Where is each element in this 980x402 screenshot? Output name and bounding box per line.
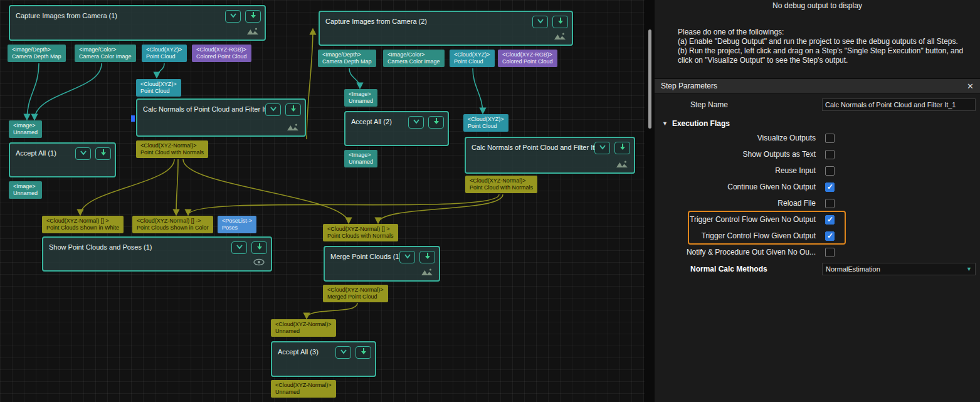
node-show-point-clouds-poses-1[interactable]: Show Point Clouds and Poses (1) xyxy=(42,236,272,272)
port-image[interactable]: <Image>Unnamed xyxy=(9,181,42,199)
node-merge-point-clouds-1[interactable]: Merge Point Clouds (1) xyxy=(324,246,440,282)
edge-connection[interactable] xyxy=(183,159,349,223)
port-normal[interactable]: <Cloud(XYZ-Normal)>Point Cloud with Norm… xyxy=(136,140,208,158)
execution-flags-list: Visualize OutputsShow Outputs as TextReu… xyxy=(655,130,980,260)
port-type: <Image> xyxy=(349,152,373,159)
port-cloud[interactable]: <Cloud(XYZ)>Point Cloud xyxy=(136,79,181,97)
single-step-execution-button[interactable] xyxy=(552,16,568,28)
flag-row: Reuse Input xyxy=(655,162,980,179)
port-type: <Image/Depth> xyxy=(322,51,372,58)
port-normal[interactable]: <Cloud(XYZ-Normal)>Merged Point Cloud xyxy=(323,285,388,302)
node-accept-all-3[interactable]: Accept All (3) xyxy=(271,341,376,377)
node-title: Show Point Clouds and Poses (1) xyxy=(49,243,152,251)
scrollbar-thumb[interactable] xyxy=(648,29,651,129)
collapse-button[interactable] xyxy=(408,116,424,129)
node-title: Capture Images from Camera (1) xyxy=(16,12,117,19)
port-rgb[interactable]: <Cloud(XYZ-RGB)>Colored Point Cloud xyxy=(192,45,251,62)
normal-calc-methods-row: Normal Calc Methods NormalEstimation ▼ xyxy=(655,261,980,277)
normal-calc-methods-dropdown[interactable]: NormalEstimation ▼ xyxy=(822,263,976,275)
node-accept-all-2[interactable]: Accept All (2) xyxy=(344,111,449,146)
single-step-execution-button[interactable] xyxy=(356,346,371,359)
single-step-execution-button[interactable] xyxy=(245,10,261,23)
node-title: Merge Point Clouds (1) xyxy=(330,253,401,260)
visualize-eye-icon[interactable] xyxy=(253,257,265,268)
port-name: Colored Point Cloud xyxy=(196,53,247,60)
port-type: <Cloud(XYZ-Normal)> xyxy=(275,382,332,389)
port-image[interactable]: <Image/Color>Camera Color Image xyxy=(75,45,136,62)
port-pose[interactable]: <PoseList->Poses xyxy=(218,216,256,233)
close-icon[interactable]: ✕ xyxy=(967,82,974,90)
flag-checkbox[interactable] xyxy=(825,150,835,159)
flag-checkbox[interactable] xyxy=(825,231,835,241)
node-calc-normals-filter-1[interactable]: Calc Normals of Point Cloud and Filter I… xyxy=(136,98,306,137)
port-image[interactable]: <Image/Depth>Camera Depth Map xyxy=(8,45,66,62)
edge-connection[interactable] xyxy=(378,194,503,223)
node-capture-images-camera-1[interactable]: Capture Images from Camera (1) xyxy=(9,5,266,41)
port-normal[interactable]: <Cloud(XYZ-Normal)>Point Cloud with Norm… xyxy=(465,176,537,193)
edge-connection[interactable] xyxy=(157,63,164,78)
collapse-button[interactable] xyxy=(399,251,415,263)
collapse-button[interactable] xyxy=(335,346,351,359)
step-name-input[interactable] xyxy=(822,98,976,111)
flag-row: Trigger Control Flow Given No Output xyxy=(655,211,980,228)
flag-checkbox[interactable] xyxy=(825,199,835,208)
edge-connection[interactable] xyxy=(349,68,360,88)
port-cloud[interactable]: <Cloud(XYZ)>Point Cloud xyxy=(142,45,187,62)
port-image[interactable]: <Image/Color>Camera Color Image xyxy=(383,50,445,67)
port-image[interactable]: <Image/Depth>Camera Depth Map xyxy=(318,50,376,67)
edge-connection[interactable] xyxy=(34,63,102,120)
port-name: Unnamed xyxy=(13,190,38,197)
port-normal[interactable]: <Cloud(XYZ-Normal)>Unnamed xyxy=(271,319,336,337)
port-image[interactable]: <Image>Unnamed xyxy=(344,150,377,167)
port-cloud[interactable]: <Cloud(XYZ)>Point Cloud xyxy=(450,50,495,67)
chevron-down-icon xyxy=(411,117,421,128)
edge-connection[interactable] xyxy=(473,68,483,114)
node-calc-normals-filter-2[interactable]: Calc Normals of Point Cloud and Filter I… xyxy=(465,137,635,174)
node-accept-all-1[interactable]: Accept All (1) xyxy=(9,142,116,177)
port-type: <Cloud(XYZ)> xyxy=(140,81,177,88)
node-title: Accept All (3) xyxy=(278,348,319,356)
port-type: <Cloud(XYZ-Normal) [] > xyxy=(46,218,119,225)
flag-checkbox[interactable] xyxy=(825,215,835,225)
port-cloud[interactable]: <Cloud(XYZ)>Point Cloud xyxy=(463,114,508,132)
single-step-execution-button[interactable] xyxy=(428,116,444,129)
edge-connection[interactable] xyxy=(307,303,357,319)
collapse-button[interactable] xyxy=(532,16,548,28)
single-step-execution-button[interactable] xyxy=(251,241,267,254)
edge-connection[interactable] xyxy=(176,159,178,215)
flag-checkbox[interactable] xyxy=(825,182,835,192)
port-image[interactable]: <Image>Unnamed xyxy=(344,89,377,107)
collapse-button[interactable] xyxy=(75,147,91,160)
execution-flags-header[interactable]: ▼ Execution Flags xyxy=(662,119,980,128)
collapse-button[interactable] xyxy=(231,241,247,254)
single-step-execution-button[interactable] xyxy=(614,142,630,154)
flag-checkbox[interactable] xyxy=(825,248,835,257)
node-graph-canvas[interactable]: <Image/Depth>Camera Depth Map<Image/Colo… xyxy=(0,0,645,402)
edge-connection[interactable] xyxy=(307,29,313,139)
flag-checkbox[interactable] xyxy=(825,134,835,143)
port-normal[interactable]: <Cloud(XYZ-Normal)>Unnamed xyxy=(271,380,336,398)
single-step-execution-button[interactable] xyxy=(285,103,301,116)
node-capture-images-camera-2[interactable]: Capture Images from Camera (2) xyxy=(319,11,573,46)
flag-checkbox[interactable] xyxy=(825,166,835,176)
port-normal[interactable]: <Cloud(XYZ-Normal) [] >Point Clouds with… xyxy=(323,224,398,241)
port-type: <Cloud(XYZ)> xyxy=(146,46,182,53)
single-step-execution-button[interactable] xyxy=(95,147,111,160)
port-image[interactable]: <Image>Unnamed xyxy=(9,120,42,138)
single-step-execution-button[interactable] xyxy=(419,251,435,263)
collapse-button[interactable] xyxy=(265,103,281,116)
port-name: Camera Depth Map xyxy=(322,58,372,65)
collapse-button[interactable] xyxy=(225,10,241,23)
port-normal[interactable]: <Cloud(XYZ-Normal) [] ->Point Clouds Sho… xyxy=(132,216,213,233)
edge-connection[interactable] xyxy=(188,194,499,215)
port-type: <Cloud(XYZ-Normal)> xyxy=(327,287,384,294)
port-type: <Image> xyxy=(13,122,38,129)
collapse-button[interactable] xyxy=(594,142,610,154)
flag-label: Show Outputs as Text xyxy=(655,150,816,159)
run-arrow-icon xyxy=(556,16,565,28)
port-normal[interactable]: <Cloud(XYZ-Normal) [] >Point Clouds Show… xyxy=(42,216,124,233)
port-type: <Image/Depth> xyxy=(12,46,61,53)
port-rgb[interactable]: <Cloud(XYZ-RGB)>Colored Point Cloud xyxy=(498,50,557,67)
canvas-scrollbar[interactable] xyxy=(645,0,655,402)
port-name: Point Clouds Shown in White xyxy=(46,225,119,231)
